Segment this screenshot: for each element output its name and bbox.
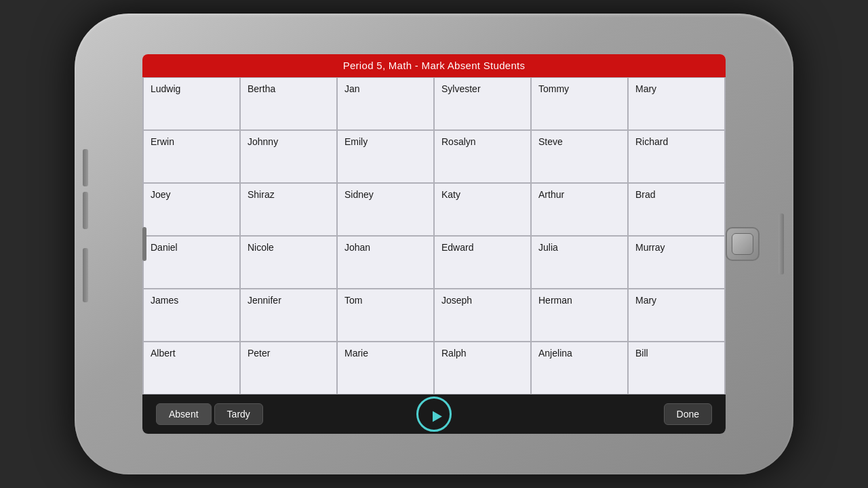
- speaker-grill: [142, 227, 146, 261]
- done-button[interactable]: Done: [664, 403, 712, 425]
- student-cell[interactable]: Bertha: [240, 77, 337, 130]
- student-cell[interactable]: Brad: [628, 183, 725, 236]
- page-title: Period 5, Math - Mark Absent Students: [343, 60, 526, 71]
- phone-frame: Period 5, Math - Mark Absent Students Lu…: [75, 14, 793, 474]
- toolbar-left: Absent Tardy: [156, 403, 263, 425]
- cursor-indicator: [416, 396, 452, 432]
- student-cell[interactable]: Bill: [628, 342, 725, 394]
- absent-button[interactable]: Absent: [156, 403, 212, 425]
- student-name: Mary: [635, 295, 656, 306]
- student-name: Brad: [635, 189, 656, 200]
- left-buttons: [83, 149, 88, 302]
- student-name: Edward: [441, 242, 473, 253]
- student-name: Joseph: [441, 295, 472, 306]
- student-cell[interactable]: Mary: [628, 77, 725, 130]
- student-name: Julia: [538, 242, 558, 253]
- student-cell[interactable]: Steve: [531, 130, 628, 183]
- student-cell[interactable]: Arthur: [531, 183, 628, 236]
- student-name: Arthur: [538, 189, 564, 200]
- student-name: Richard: [635, 136, 668, 147]
- student-name: Bertha: [248, 83, 275, 94]
- bottom-toolbar: Absent Tardy Done: [142, 394, 726, 434]
- student-cell[interactable]: Sylvester: [434, 77, 531, 130]
- power-button[interactable]: [778, 214, 784, 274]
- student-cell[interactable]: Emily: [337, 130, 434, 183]
- student-cell[interactable]: Herman: [531, 289, 628, 342]
- student-cell[interactable]: Joey: [143, 183, 240, 236]
- student-cell[interactable]: Shiraz: [240, 183, 337, 236]
- student-cell[interactable]: Joseph: [434, 289, 531, 342]
- student-cell[interactable]: Nicole: [240, 236, 337, 289]
- student-name: Steve: [538, 136, 563, 147]
- title-bar: Period 5, Math - Mark Absent Students: [142, 54, 726, 77]
- cursor-arrow-icon: [428, 411, 442, 424]
- volume-up-button[interactable]: [83, 149, 88, 186]
- student-name: Ludwig: [151, 83, 180, 94]
- student-name: Daniel: [151, 242, 178, 253]
- student-name: Johan: [344, 242, 370, 253]
- student-cell[interactable]: Johan: [337, 236, 434, 289]
- student-name: Katy: [441, 189, 460, 200]
- student-name: Mary: [635, 83, 656, 94]
- student-cell[interactable]: Daniel: [143, 236, 240, 289]
- student-name: James: [151, 295, 178, 306]
- student-cell[interactable]: Sidney: [337, 183, 434, 236]
- student-cell[interactable]: Ralph: [434, 342, 531, 394]
- student-name: Rosalyn: [441, 136, 476, 147]
- student-cell[interactable]: Marie: [337, 342, 434, 394]
- student-name: Nicole: [248, 242, 274, 253]
- student-cell[interactable]: Rosalyn: [434, 130, 531, 183]
- student-name: Anjelina: [538, 348, 572, 359]
- home-button[interactable]: [726, 227, 760, 261]
- student-cell[interactable]: Johnny: [240, 130, 337, 183]
- student-name: Murray: [635, 242, 665, 253]
- student-name: Peter: [248, 348, 270, 359]
- student-cell[interactable]: Richard: [628, 130, 725, 183]
- volume-down-button[interactable]: [83, 192, 88, 229]
- students-grid: LudwigBerthaJanSylvesterTommyMaryErwinJo…: [142, 77, 726, 394]
- student-name: Marie: [344, 348, 368, 359]
- student-cell[interactable]: Jennifer: [240, 289, 337, 342]
- student-name: Tommy: [538, 83, 569, 94]
- screen: Period 5, Math - Mark Absent Students Lu…: [142, 54, 726, 434]
- student-cell[interactable]: Murray: [628, 236, 725, 289]
- student-name: Ralph: [441, 348, 467, 359]
- student-cell[interactable]: Anjelina: [531, 342, 628, 394]
- student-cell[interactable]: Tom: [337, 289, 434, 342]
- student-cell[interactable]: Peter: [240, 342, 337, 394]
- student-name: Herman: [538, 295, 572, 306]
- student-name: Erwin: [151, 136, 174, 147]
- student-cell[interactable]: Katy: [434, 183, 531, 236]
- student-name: Emily: [344, 136, 368, 147]
- student-name: Bill: [635, 348, 648, 359]
- student-name: Sidney: [344, 189, 374, 200]
- student-name: Johnny: [248, 136, 278, 147]
- student-name: Joey: [151, 189, 171, 200]
- student-name: Albert: [151, 348, 176, 359]
- student-cell[interactable]: Edward: [434, 236, 531, 289]
- student-name: Tom: [344, 295, 362, 306]
- student-name: Jan: [344, 83, 360, 94]
- student-cell[interactable]: Julia: [531, 236, 628, 289]
- tardy-button[interactable]: Tardy: [214, 403, 263, 425]
- student-cell[interactable]: James: [143, 289, 240, 342]
- student-cell[interactable]: Tommy: [531, 77, 628, 130]
- student-cell[interactable]: Jan: [337, 77, 434, 130]
- silent-switch[interactable]: [83, 248, 88, 302]
- student-cell[interactable]: Ludwig: [143, 77, 240, 130]
- student-cell[interactable]: Mary: [628, 289, 725, 342]
- student-cell[interactable]: Albert: [143, 342, 240, 394]
- student-name: Jennifer: [248, 295, 281, 306]
- student-cell[interactable]: Erwin: [143, 130, 240, 183]
- student-name: Sylvester: [441, 83, 481, 94]
- student-name: Shiraz: [248, 189, 275, 200]
